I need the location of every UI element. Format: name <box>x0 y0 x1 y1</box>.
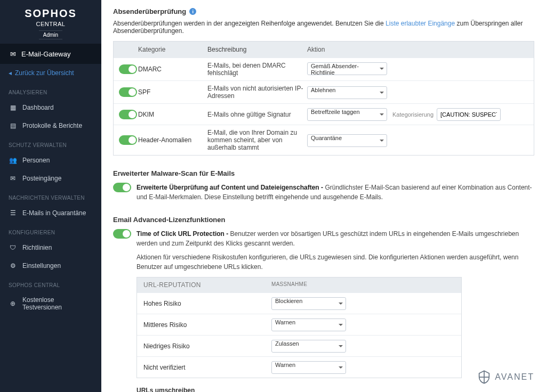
malware-text: Erweiterte Überprüfung auf Content und D… <box>136 183 534 202</box>
nav-item-label: Protokolle & Berichte <box>22 122 82 129</box>
rewrite-urls-title: URLs umschreiben <box>136 387 534 392</box>
nav-section-header: KONFIGURIEREN <box>0 222 101 239</box>
brand-block: SOPHOS CENTRAL Admin <box>0 0 101 44</box>
categorization-label: Kategorisierung <box>392 111 433 118</box>
sender-verification-title: Absenderüberprüfung i <box>113 7 534 15</box>
nav-section-header: NACHRICHTEN VERWALTEN <box>0 187 101 204</box>
sender-action-select[interactable]: Quarantäne <box>307 134 387 147</box>
nav-section-header: SOPHOS CENTRAL <box>0 275 101 291</box>
reputation-label: Nicht verifiziert <box>143 364 271 371</box>
nav-back-link[interactable]: ◂ Zurück zur Übersicht <box>0 64 101 82</box>
chevron-left-icon: ◂ <box>9 69 12 77</box>
reputation-action-select[interactable]: Warnen <box>271 318 346 331</box>
sender-table-row: Header-AnomalienE-Mail, die von Ihrer Do… <box>114 125 534 155</box>
allowed-list-link[interactable]: Liste erlaubter Eingänge <box>386 20 455 27</box>
sender-row-toggle[interactable] <box>119 135 137 145</box>
nav-item-icon: ⚙ <box>9 262 17 270</box>
nav-item-icon: ▦ <box>9 103 17 112</box>
main-content: Absenderüberprüfung i Absenderüberprüfun… <box>101 0 546 392</box>
sender-table-head: Kategorie Beschreibung Aktion <box>114 42 534 58</box>
nav-item[interactable]: 👥Personen <box>0 151 101 169</box>
nav-item-label: Kostenlose Testversionen <box>22 296 93 311</box>
nav-item-label: Dashboard <box>22 104 54 111</box>
sender-table-row: DMARCE-Mails, bei denen DMARC fehlschläg… <box>114 58 534 80</box>
nav-item-icon: ⊕ <box>9 299 17 308</box>
nav-item[interactable]: ⊕Kostenlose Testversionen <box>0 291 101 316</box>
nav-item-icon: 👥 <box>9 156 17 165</box>
nav-item-icon: ☰ <box>9 209 17 217</box>
reputation-action-select[interactable]: Zulassen <box>271 340 346 353</box>
malware-scan-title: Erweiterter Malware-Scan für E-Mails <box>113 169 534 177</box>
reputation-label: Hohes Risiko <box>143 300 271 307</box>
nav-item-icon: ▤ <box>9 121 17 130</box>
brand-subtitle: CENTRAL <box>0 21 101 27</box>
sender-row-toggle[interactable] <box>119 64 137 74</box>
toc-toggle[interactable] <box>113 229 131 239</box>
avanet-logo: AVANET <box>477 370 534 385</box>
sender-table-row: DKIME-Mails ohne gültige SignaturBetreff… <box>114 103 534 125</box>
sender-row-toggle[interactable] <box>119 110 137 119</box>
nav-item-label: Posteingänge <box>22 175 61 182</box>
nav-item[interactable]: ✉Posteingänge <box>0 169 101 187</box>
sidebar: SOPHOS CENTRAL Admin ✉ E-Mail-Gateway ◂ … <box>0 0 101 392</box>
nav-item[interactable]: ⚙Einstellungen <box>0 257 101 275</box>
email-gateway-icon: ✉ <box>9 50 17 58</box>
sender-category: Header-Anomalien <box>138 136 207 144</box>
nav-section-header: SCHUTZ VERWALTEN <box>0 135 101 151</box>
categorization-input[interactable] <box>437 108 501 121</box>
sender-row-toggle[interactable] <box>119 87 137 97</box>
sender-action-select[interactable]: Gemäß Absender-Richtlinie <box>307 62 387 75</box>
sender-table-row: SPFE-Mails von nicht autorisierten IP-Ad… <box>114 80 534 103</box>
avanet-shield-icon <box>477 370 492 385</box>
reputation-action-select[interactable]: Blockieren <box>271 297 346 310</box>
toc-text: Time of Click URL Protection - Benutzer … <box>136 229 534 248</box>
sender-category: DMARC <box>138 66 207 73</box>
reputation-row: Mittleres RisikoWarnen <box>137 314 461 335</box>
reputation-action-select[interactable]: Warnen <box>271 361 346 374</box>
nav-active-label: E-Mail-Gateway <box>21 50 70 58</box>
sender-desc: E-Mails ohne gültige Signatur <box>207 111 307 118</box>
nav-item-label: Einstellungen <box>22 262 61 270</box>
nav-section-header: ANALYSIEREN <box>0 82 101 99</box>
reputation-row: Nicht verifiziertWarnen <box>137 356 461 378</box>
nav-item-label: E-Mails in Quarantäne <box>22 209 86 217</box>
reputation-label: Niedriges Risiko <box>143 342 271 350</box>
nav-active-item[interactable]: ✉ E-Mail-Gateway <box>0 44 101 64</box>
reputation-row: Hohes RisikoBlockieren <box>137 292 461 314</box>
nav-item[interactable]: ▤Protokolle & Berichte <box>0 117 101 135</box>
brand-logo: SOPHOS <box>0 7 101 20</box>
sender-desc: E-Mail, die von Ihrer Domain zu kommen s… <box>207 129 307 151</box>
sender-action-select[interactable]: Ablehnen <box>307 86 387 99</box>
sender-desc: E-Mails von nicht autorisierten IP-Adres… <box>207 85 307 100</box>
info-icon[interactable]: i <box>189 8 196 15</box>
sender-verification-desc: Absenderüberprüfungen werden in der ange… <box>113 20 534 35</box>
reputation-table-head: URL-REPUTATION MASSNAHME <box>137 277 461 292</box>
reputation-table: URL-REPUTATION MASSNAHME Hohes RisikoBlo… <box>136 277 462 378</box>
nav-item[interactable]: ▦Dashboard <box>0 99 101 117</box>
nav-item[interactable]: ☰E-Mails in Quarantäne <box>0 204 101 222</box>
sender-desc: E-Mails, bei denen DMARC fehlschlägt <box>207 62 307 77</box>
brand-admin-label: Admin <box>39 30 62 39</box>
advanced-license-title: Email Advanced-Lizenzfunktionen <box>113 216 534 224</box>
sender-category: SPF <box>138 88 207 96</box>
malware-toggle[interactable] <box>113 183 131 192</box>
sender-table: Kategorie Beschreibung Aktion DMARCE-Mai… <box>113 41 534 156</box>
nav-item-label: Richtlinien <box>22 244 52 251</box>
nav-item-icon: 🛡 <box>9 243 17 252</box>
nav-item-label: Personen <box>22 157 50 164</box>
sender-category: DKIM <box>138 111 207 118</box>
reputation-label: Mittleres Risiko <box>143 321 271 329</box>
reputation-row: Niedriges RisikoZulassen <box>137 335 461 356</box>
sender-action-select[interactable]: Betreffzeile taggen <box>307 108 387 121</box>
nav-back-label: Zurück zur Übersicht <box>15 69 74 77</box>
toc-sub: Aktionen für verschiedene Risikostufen k… <box>136 252 534 272</box>
nav-item-icon: ✉ <box>9 174 17 183</box>
nav-item[interactable]: 🛡Richtlinien <box>0 239 101 257</box>
